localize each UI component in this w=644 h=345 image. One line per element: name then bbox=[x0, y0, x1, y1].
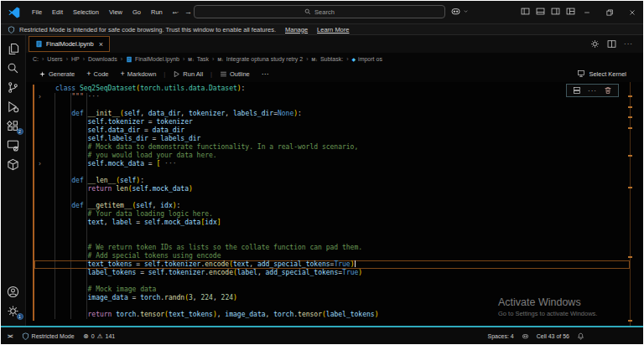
menu-go[interactable]: Go bbox=[127, 8, 146, 16]
tab-finalmodel-ipynb[interactable]: FinalModel.ipynb × bbox=[29, 36, 110, 52]
copilot-menu[interactable] bbox=[450, 6, 469, 17]
code-line[interactable]: # Your data loading logic here. bbox=[34, 210, 630, 219]
activity-bar-item-search[interactable] bbox=[3, 59, 23, 78]
manage-link[interactable]: Manage bbox=[285, 26, 308, 33]
code-line[interactable] bbox=[34, 235, 630, 244]
activity-bar-item-extensions[interactable]: 2 bbox=[3, 116, 23, 136]
code-line[interactable] bbox=[34, 168, 630, 177]
activity-bar-item-source-control[interactable] bbox=[3, 78, 23, 97]
toolbar-run-all-button[interactable]: Run All bbox=[167, 70, 209, 78]
toggle-secondary-sidebar-button[interactable] bbox=[551, 7, 560, 16]
code-line[interactable]: class Seq2SeqDataset(torch.utils.data.Da… bbox=[34, 85, 630, 93]
remote-explorer-icon bbox=[7, 139, 19, 152]
fold-chevron-icon[interactable]: › bbox=[38, 160, 42, 168]
menu-selection[interactable]: Selection bbox=[68, 8, 104, 16]
problems-status[interactable]: ⊗ 0 ⚠ 141 bbox=[84, 332, 116, 340]
activity-bar-item-run-and-debug[interactable] bbox=[3, 97, 23, 116]
code-text: self.data_dir = data_dir bbox=[55, 126, 184, 135]
cell-position-status[interactable]: Cell 43 of 56 bbox=[537, 333, 569, 339]
activity-bar-item-manage[interactable]: 1 bbox=[3, 301, 23, 321]
restricted-mode-status[interactable]: Restricted Mode bbox=[22, 332, 75, 340]
code-line[interactable]: # We return token IDs as lists so the co… bbox=[34, 244, 630, 252]
titlebar: FileEditSelectionViewGoRun··· ← → Search bbox=[1, 1, 643, 23]
chevron-separator: › bbox=[66, 56, 68, 62]
nav-forward-icon[interactable]: → bbox=[184, 1, 192, 23]
code-line[interactable]: label_tokens = self.tokenizer.encode(lab… bbox=[34, 269, 630, 277]
code-line[interactable]: def __getitem__(self, idx): bbox=[34, 202, 630, 210]
code-line[interactable]: # you would load your data here. bbox=[34, 152, 630, 160]
breadcrumb-item[interactable]: import os bbox=[358, 56, 382, 62]
toggle-primary-sidebar-button[interactable] bbox=[521, 7, 530, 16]
toggle-panel-button[interactable] bbox=[536, 7, 545, 16]
fold-chevron-icon[interactable]: › bbox=[38, 93, 42, 101]
toolbar-code-button[interactable]: +Code bbox=[80, 70, 114, 78]
code-line[interactable]: return len(self.mock_data) bbox=[34, 185, 630, 193]
menu-file[interactable]: File bbox=[27, 8, 47, 16]
code-line[interactable] bbox=[34, 227, 630, 235]
breadcrumb-item[interactable]: Subtask: bbox=[320, 56, 343, 62]
notebook-cell-editor[interactable]: class Seq2SeqDataset(torch.utils.data.Da… bbox=[26, 82, 643, 326]
activity-bar-item-jupyter[interactable] bbox=[3, 155, 23, 174]
ruler-mark bbox=[628, 320, 632, 322]
restore-button[interactable] bbox=[598, 1, 621, 23]
breadcrumb-item[interactable]: Downloads bbox=[88, 56, 117, 62]
watermark-title: Activate Windows bbox=[498, 296, 597, 308]
breadcrumb-item[interactable]: C: bbox=[33, 56, 39, 62]
breadcrumb-item[interactable]: Integrate optuna study retry 2 bbox=[226, 56, 303, 62]
code-line[interactable]: self.labels_dir = labels_dir bbox=[34, 135, 630, 143]
code-line[interactable] bbox=[34, 193, 630, 202]
gear-button[interactable] bbox=[590, 37, 600, 52]
code-line[interactable]: self.tokenizer = tokenizer bbox=[34, 118, 630, 126]
chevron-separator: › bbox=[306, 56, 308, 62]
breadcrumb-item[interactable]: FinalModel.ipynb bbox=[135, 56, 179, 62]
toolbar-markdown-button[interactable]: +Markdown bbox=[114, 70, 162, 78]
chevron-separator: › bbox=[121, 56, 122, 62]
code-line[interactable]: # Mock data to demonstrate functionality… bbox=[34, 143, 630, 152]
activity-bar-item-remote-explorer[interactable] bbox=[3, 136, 23, 155]
breadcrumb-item[interactable]: Task bbox=[197, 56, 209, 62]
indentation-status[interactable]: Spaces: 4 bbox=[488, 333, 514, 339]
toolbar-outline-button[interactable]: Outline bbox=[214, 70, 256, 78]
code-line[interactable]: text, label = self.mock_data[idx] bbox=[34, 219, 630, 227]
activity-bar-item-accounts[interactable] bbox=[3, 282, 23, 301]
close-icon[interactable]: × bbox=[99, 40, 103, 49]
code-line[interactable]: › self.mock_data = [ ··· bbox=[34, 160, 630, 168]
search-box[interactable]: Search bbox=[194, 5, 445, 18]
code-text: def __len__(self): bbox=[55, 177, 144, 185]
notifications-bell[interactable] bbox=[577, 332, 584, 340]
breadcrumb-item[interactable]: HP bbox=[71, 56, 80, 62]
code-line[interactable]: # Add special tokens using encode bbox=[34, 252, 630, 260]
ellipsis-button[interactable]: ··· bbox=[588, 87, 597, 95]
split-cell-button[interactable] bbox=[573, 83, 581, 98]
remote-indicator[interactable]: >< bbox=[8, 333, 13, 339]
activity-bar-item-explorer[interactable] bbox=[3, 39, 23, 59]
nav-back-icon[interactable]: ← bbox=[171, 1, 179, 23]
copilot-status[interactable] bbox=[522, 332, 529, 340]
code-line[interactable]: › """ ··· bbox=[34, 93, 630, 101]
menu-view[interactable]: View bbox=[104, 8, 127, 16]
customize-layout-button[interactable] bbox=[566, 7, 575, 16]
chevron-separator: › bbox=[212, 56, 214, 62]
code-area[interactable]: class Seq2SeqDataset(torch.utils.data.Da… bbox=[34, 85, 630, 319]
select-kernel-button[interactable]: Select Kernel bbox=[577, 65, 626, 82]
chevron-down-icon bbox=[463, 8, 469, 14]
close-button[interactable] bbox=[621, 1, 643, 23]
split-editor-button[interactable] bbox=[607, 37, 616, 52]
minimize-button[interactable] bbox=[575, 1, 598, 23]
toolbar-generate-button[interactable]: Generate bbox=[33, 70, 80, 78]
trash-button[interactable] bbox=[604, 83, 612, 98]
breadcrumb-item[interactable]: Users bbox=[47, 56, 62, 62]
code-line[interactable] bbox=[34, 101, 630, 110]
code-line[interactable] bbox=[34, 277, 630, 286]
code-line-current[interactable]: text_tokens = self.tokenizer.encode(text… bbox=[34, 260, 630, 269]
code-line[interactable]: self.data_dir = data_dir bbox=[34, 126, 630, 135]
toolbar-more-button[interactable]: ··· bbox=[256, 70, 275, 78]
ellipsis-icon[interactable]: ··· bbox=[624, 40, 633, 48]
learn-more-link[interactable]: Learn More bbox=[317, 26, 349, 33]
code-line[interactable]: def __len__(self): bbox=[34, 177, 630, 185]
code-line[interactable]: def __init__(self, data_dir, tokenizer, … bbox=[34, 110, 630, 118]
toolbar-label: Code bbox=[94, 70, 109, 78]
menu-run[interactable]: Run bbox=[146, 8, 168, 16]
code-line[interactable]: # Mock image data bbox=[34, 286, 630, 294]
menu-edit[interactable]: Edit bbox=[47, 8, 68, 16]
